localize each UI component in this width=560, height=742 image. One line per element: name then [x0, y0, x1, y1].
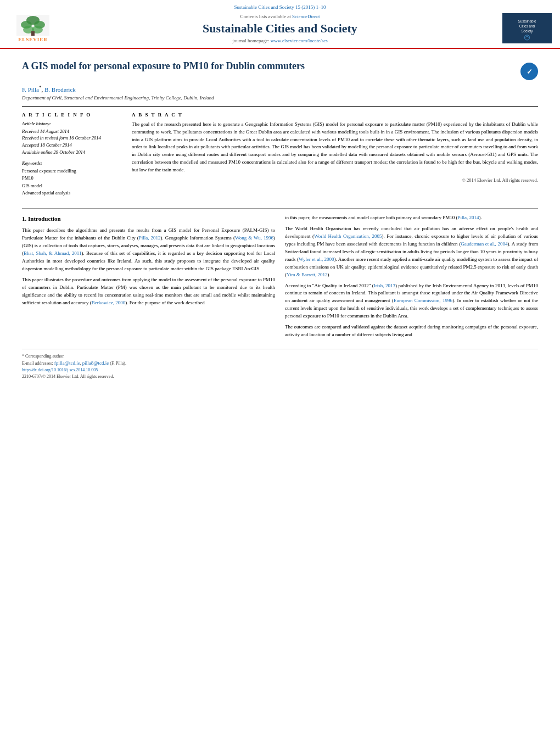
email2-link[interactable]: pilla8@tcd.ie	[82, 360, 109, 366]
keywords-label: Keywords:	[22, 160, 121, 166]
abstract-col: A B S T R A C T The goal of the research…	[132, 112, 538, 202]
journal-header-content: ELSEVIER Contents lists available at Sci…	[0, 13, 560, 48]
abstract-copyright: © 2014 Elsevier Ltd. All rights reserved…	[132, 177, 538, 183]
ref-pilla2014[interactable]: Pilla, 2014	[458, 215, 479, 220]
journal-logo-right: Sustainable Cities and Society	[502, 13, 552, 43]
doi-link[interactable]: http://dx.doi.org/10.1016/j.scs.2014.10.…	[22, 367, 98, 372]
section-divider	[22, 208, 538, 209]
accepted-date: Accepted 18 October 2014	[22, 142, 121, 149]
keyword-4: Advanced spatial analysis	[22, 189, 121, 197]
journal-top-bar: Sustainable Cities and Society 15 (2015)…	[0, 4, 560, 10]
svg-rect-6	[31, 31, 35, 36]
body-para-5: According to "Air Quality in Ireland 201…	[285, 282, 538, 321]
abstract-header: A B S T R A C T	[132, 112, 538, 118]
body-right-col: in this paper, the measurements and mode…	[285, 214, 538, 342]
corresponding-author-note: * Corresponding author.	[22, 354, 538, 359]
intro-heading: 1. Introduction	[22, 214, 275, 224]
sciencedirect-link[interactable]: ScienceDirect	[292, 14, 320, 19]
body-para-2: This paper illustrates the procedure and…	[22, 276, 275, 307]
elsevier-tree-icon	[16, 15, 49, 36]
keyword-2: PM10	[22, 175, 121, 182]
history-label: Article history:	[22, 121, 121, 126]
svg-rect-7	[505, 14, 550, 42]
article-content: A GIS model for personal exposure to PM1…	[0, 49, 560, 384]
ref-wyler[interactable]: Wyler et al., 2000	[299, 256, 334, 262]
elsevier-logo: ELSEVIER	[8, 13, 58, 43]
article-footer: * Corresponding author. E-mail addresses…	[22, 349, 538, 379]
ref-gauderman[interactable]: Gauderman et al., 2004	[461, 241, 507, 247]
footer-copyright: 2210-6707/© 2014 Elsevier Ltd. All right…	[22, 374, 538, 379]
keyword-3: GIS model	[22, 182, 121, 190]
body-content: 1. Introduction This paper describes the…	[22, 214, 538, 342]
article-info-header: A R T I C L E I N F O	[22, 112, 121, 118]
article-history-section: Article history: Received 14 August 2014…	[22, 121, 121, 156]
received-revised-date: Received in revised form 16 October 2014	[22, 135, 121, 142]
ref-wong-wu[interactable]: Wong & Wu, 1996	[235, 235, 273, 241]
journal-name: Sustainable Cities and Society	[58, 21, 502, 36]
available-date: Available online 29 October 2014	[22, 149, 121, 156]
svg-text:Cities and: Cities and	[519, 24, 535, 28]
email1-link[interactable]: fpilla@tcd.ie	[54, 360, 80, 366]
article-info-col: A R T I C L E I N F O Article history: R…	[22, 112, 121, 202]
contents-line: Contents lists available at ScienceDirec…	[58, 14, 502, 19]
svg-text:✓: ✓	[527, 68, 533, 76]
article-info-abstract: A R T I C L E I N F O Article history: R…	[22, 106, 538, 202]
body-para-6: The outcomes are compared and validated …	[285, 323, 538, 339]
body-para-3: in this paper, the measurements and mode…	[285, 214, 538, 222]
homepage-url[interactable]: www.elsevier.com/locate/scs	[271, 38, 328, 43]
body-left-col: 1. Introduction This paper describes the…	[22, 214, 275, 342]
journal-header: Sustainable Cities and Society 15 (2015)…	[0, 0, 560, 49]
crossmark-icon: ✓	[522, 64, 537, 79]
body-para-1: This paper describes the algorithms and …	[22, 227, 275, 273]
keyword-1: Personal exposure modelling	[22, 168, 121, 175]
ref-pilla2012[interactable]: Pilla, 2012	[139, 235, 161, 241]
author1-link[interactable]: F. Pilla	[22, 86, 39, 93]
ref-bhat-shah[interactable]: Bhat, Shah, & Ahmad, 2011	[24, 250, 82, 256]
journal-logo-icon: Sustainable Cities and Society	[505, 13, 550, 43]
svg-text:Sustainable: Sustainable	[518, 19, 536, 23]
keywords-section: Keywords: Personal exposure modelling PM…	[22, 160, 121, 197]
journal-title-center: Contents lists available at ScienceDirec…	[58, 14, 502, 43]
keywords-list: Personal exposure modelling PM10 GIS mod…	[22, 168, 121, 197]
svg-text:Society: Society	[522, 29, 534, 34]
ref-berkowicz[interactable]: Berkowicz, 2000	[92, 300, 125, 305]
ref-irish2013[interactable]: Irish, 2013	[374, 283, 395, 288]
ref-european-commission[interactable]: European Commission, 1996	[394, 298, 452, 303]
journal-citation: Sustainable Cities and Society 15 (2015)…	[234, 4, 326, 10]
received-date: Received 14 August 2014	[22, 128, 121, 135]
author-footnote: *	[39, 85, 42, 90]
email-note: E-mail addresses: fpilla@tcd.ie, pilla8@…	[22, 360, 538, 366]
ref-yim-barrett[interactable]: Yim & Barrett, 2012	[287, 272, 328, 277]
affiliation: Department of Civil, Structural and Envi…	[22, 95, 538, 101]
abstract-text: The goal of the research presented here …	[132, 121, 538, 175]
doi-line: http://dx.doi.org/10.1016/j.scs.2014.10.…	[22, 367, 538, 372]
author2-link[interactable]: B. Broderick	[44, 86, 76, 93]
ref-who2005[interactable]: World Health Organization, 2005	[314, 233, 382, 239]
article-title-section: A GIS model for personal exposure to PM1…	[22, 54, 538, 80]
homepage-line: journal homepage: www.elsevier.com/locat…	[58, 38, 502, 43]
authors-line: F. Pilla*, B. Broderick	[22, 85, 538, 93]
body-para-4: The World Health Organisation has recent…	[285, 225, 538, 279]
elsevier-label: ELSEVIER	[18, 37, 48, 42]
article-title: A GIS model for personal exposure to PM1…	[22, 60, 520, 72]
crossmark-badge: ✓	[520, 63, 538, 80]
